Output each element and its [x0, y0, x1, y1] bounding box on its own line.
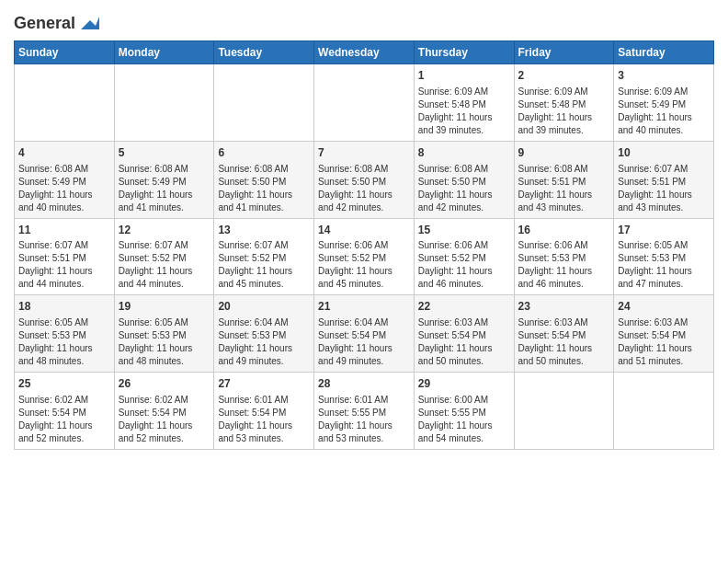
day-info: Sunrise: 6:09 AM Sunset: 5:49 PM Dayligh… — [618, 86, 710, 137]
calendar-cell: 19Sunrise: 6:05 AM Sunset: 5:53 PM Dayli… — [114, 295, 214, 373]
day-info: Sunrise: 6:07 AM Sunset: 5:52 PM Dayligh… — [218, 239, 310, 291]
day-number: 21 — [318, 299, 410, 315]
calendar-cell: 16Sunrise: 6:06 AM Sunset: 5:53 PM Dayli… — [514, 218, 614, 295]
day-info: Sunrise: 6:06 AM Sunset: 5:52 PM Dayligh… — [418, 239, 510, 291]
day-number: 2 — [518, 68, 610, 84]
day-number: 25 — [18, 376, 110, 392]
day-info: Sunrise: 6:08 AM Sunset: 5:51 PM Dayligh… — [518, 163, 610, 214]
calendar-week-0: 1Sunrise: 6:09 AM Sunset: 5:48 PM Daylig… — [15, 64, 714, 142]
calendar-cell: 13Sunrise: 6:07 AM Sunset: 5:52 PM Dayli… — [214, 218, 314, 295]
calendar-cell: 11Sunrise: 6:07 AM Sunset: 5:51 PM Dayli… — [15, 218, 115, 295]
day-info: Sunrise: 6:05 AM Sunset: 5:53 PM Dayligh… — [119, 316, 210, 368]
calendar-cell: 21Sunrise: 6:04 AM Sunset: 5:54 PM Dayli… — [314, 295, 415, 373]
day-info: Sunrise: 6:08 AM Sunset: 5:50 PM Dayligh… — [318, 163, 410, 214]
day-info: Sunrise: 6:03 AM Sunset: 5:54 PM Dayligh… — [518, 316, 610, 368]
weekday-header-monday: Monday — [114, 41, 214, 64]
weekday-header-sunday: Sunday — [15, 41, 115, 64]
calendar-cell: 5Sunrise: 6:08 AM Sunset: 5:49 PM Daylig… — [114, 141, 214, 218]
calendar-cell: 27Sunrise: 6:01 AM Sunset: 5:54 PM Dayli… — [214, 373, 314, 450]
day-info: Sunrise: 6:06 AM Sunset: 5:52 PM Dayligh… — [318, 239, 410, 291]
calendar-cell: 20Sunrise: 6:04 AM Sunset: 5:53 PM Dayli… — [214, 295, 314, 373]
logo-icon — [77, 13, 99, 35]
day-number: 12 — [119, 223, 210, 238]
day-info: Sunrise: 6:04 AM Sunset: 5:53 PM Dayligh… — [218, 316, 310, 368]
header: General — [14, 9, 714, 35]
calendar-cell: 1Sunrise: 6:09 AM Sunset: 5:48 PM Daylig… — [414, 64, 514, 142]
calendar-body: 1Sunrise: 6:09 AM Sunset: 5:48 PM Daylig… — [15, 64, 714, 450]
day-number: 8 — [418, 145, 510, 161]
day-info: Sunrise: 6:02 AM Sunset: 5:54 PM Dayligh… — [119, 394, 210, 445]
day-number: 10 — [618, 145, 710, 161]
day-info: Sunrise: 6:03 AM Sunset: 5:54 PM Dayligh… — [618, 316, 710, 368]
calendar-cell — [15, 64, 115, 142]
day-number: 5 — [119, 145, 210, 161]
weekday-header-saturday: Saturday — [614, 41, 714, 64]
calendar-cell: 9Sunrise: 6:08 AM Sunset: 5:51 PM Daylig… — [514, 141, 614, 218]
weekday-header-friday: Friday — [514, 41, 614, 64]
logo-text: General — [14, 13, 99, 35]
calendar-week-3: 18Sunrise: 6:05 AM Sunset: 5:53 PM Dayli… — [15, 295, 714, 373]
calendar-cell: 29Sunrise: 6:00 AM Sunset: 5:55 PM Dayli… — [414, 373, 514, 450]
calendar-cell — [514, 373, 614, 450]
calendar-cell: 14Sunrise: 6:06 AM Sunset: 5:52 PM Dayli… — [314, 218, 415, 295]
calendar-cell: 4Sunrise: 6:08 AM Sunset: 5:49 PM Daylig… — [15, 141, 115, 218]
day-number: 13 — [218, 223, 310, 238]
day-number: 3 — [618, 68, 710, 84]
calendar-cell: 18Sunrise: 6:05 AM Sunset: 5:53 PM Dayli… — [15, 295, 115, 373]
calendar-cell: 25Sunrise: 6:02 AM Sunset: 5:54 PM Dayli… — [15, 373, 115, 450]
weekday-header-row: SundayMondayTuesdayWednesdayThursdayFrid… — [15, 41, 714, 64]
day-number: 11 — [18, 223, 110, 238]
day-info: Sunrise: 6:04 AM Sunset: 5:54 PM Dayligh… — [318, 316, 410, 368]
day-info: Sunrise: 6:06 AM Sunset: 5:53 PM Dayligh… — [518, 239, 610, 291]
calendar-cell: 10Sunrise: 6:07 AM Sunset: 5:51 PM Dayli… — [614, 141, 714, 218]
calendar-cell: 8Sunrise: 6:08 AM Sunset: 5:50 PM Daylig… — [414, 141, 514, 218]
day-info: Sunrise: 6:01 AM Sunset: 5:55 PM Dayligh… — [318, 394, 410, 445]
calendar-cell: 28Sunrise: 6:01 AM Sunset: 5:55 PM Dayli… — [314, 373, 415, 450]
day-info: Sunrise: 6:09 AM Sunset: 5:48 PM Dayligh… — [418, 86, 510, 137]
calendar-cell: 2Sunrise: 6:09 AM Sunset: 5:48 PM Daylig… — [514, 64, 614, 142]
day-info: Sunrise: 6:05 AM Sunset: 5:53 PM Dayligh… — [618, 239, 710, 291]
day-number: 24 — [618, 299, 710, 315]
day-info: Sunrise: 6:00 AM Sunset: 5:55 PM Dayligh… — [418, 394, 510, 445]
day-number: 15 — [418, 223, 510, 238]
calendar-cell — [214, 64, 314, 142]
day-number: 29 — [418, 376, 510, 392]
day-info: Sunrise: 6:01 AM Sunset: 5:54 PM Dayligh… — [218, 394, 310, 445]
calendar-cell — [614, 373, 714, 450]
day-info: Sunrise: 6:07 AM Sunset: 5:51 PM Dayligh… — [18, 239, 110, 291]
weekday-header-tuesday: Tuesday — [214, 41, 314, 64]
day-number: 27 — [218, 376, 310, 392]
day-number: 6 — [218, 145, 310, 161]
day-number: 17 — [618, 223, 710, 238]
calendar-cell: 6Sunrise: 6:08 AM Sunset: 5:50 PM Daylig… — [214, 141, 314, 218]
weekday-header-wednesday: Wednesday — [314, 41, 415, 64]
day-number: 26 — [119, 376, 210, 392]
day-number: 4 — [18, 145, 110, 161]
day-info: Sunrise: 6:08 AM Sunset: 5:49 PM Dayligh… — [119, 163, 210, 214]
calendar-cell: 24Sunrise: 6:03 AM Sunset: 5:54 PM Dayli… — [614, 295, 714, 373]
calendar-cell: 22Sunrise: 6:03 AM Sunset: 5:54 PM Dayli… — [414, 295, 514, 373]
day-number: 22 — [418, 299, 510, 315]
calendar-week-1: 4Sunrise: 6:08 AM Sunset: 5:49 PM Daylig… — [15, 141, 714, 218]
calendar-cell — [114, 64, 214, 142]
day-number: 16 — [518, 223, 610, 238]
day-info: Sunrise: 6:08 AM Sunset: 5:50 PM Dayligh… — [218, 163, 310, 214]
svg-marker-0 — [81, 17, 99, 29]
calendar-week-2: 11Sunrise: 6:07 AM Sunset: 5:51 PM Dayli… — [15, 218, 714, 295]
day-number: 9 — [518, 145, 610, 161]
day-info: Sunrise: 6:08 AM Sunset: 5:50 PM Dayligh… — [418, 163, 510, 214]
calendar-cell: 15Sunrise: 6:06 AM Sunset: 5:52 PM Dayli… — [414, 218, 514, 295]
day-number: 18 — [18, 299, 110, 315]
calendar-week-4: 25Sunrise: 6:02 AM Sunset: 5:54 PM Dayli… — [15, 373, 714, 450]
calendar-cell: 3Sunrise: 6:09 AM Sunset: 5:49 PM Daylig… — [614, 64, 714, 142]
day-info: Sunrise: 6:07 AM Sunset: 5:52 PM Dayligh… — [119, 239, 210, 291]
day-info: Sunrise: 6:07 AM Sunset: 5:51 PM Dayligh… — [618, 163, 710, 214]
calendar-cell — [314, 64, 415, 142]
calendar-cell: 23Sunrise: 6:03 AM Sunset: 5:54 PM Dayli… — [514, 295, 614, 373]
day-number: 1 — [418, 68, 510, 84]
day-info: Sunrise: 6:02 AM Sunset: 5:54 PM Dayligh… — [18, 394, 110, 445]
day-info: Sunrise: 6:05 AM Sunset: 5:53 PM Dayligh… — [18, 316, 110, 368]
logo: General — [14, 13, 99, 35]
main-container: General SundayMondayTuesdayWednesdayThur… — [0, 0, 728, 454]
day-number: 19 — [119, 299, 210, 315]
